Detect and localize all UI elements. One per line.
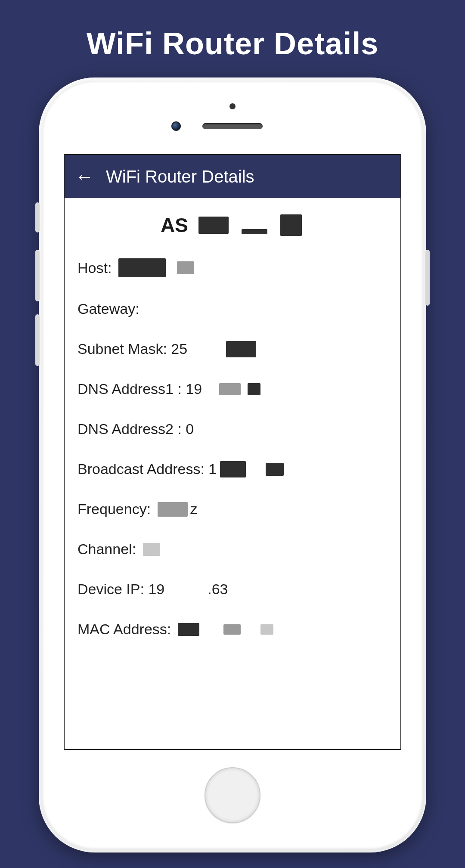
power-button [425, 250, 430, 306]
detail-label: Broadcast Address: [78, 461, 208, 477]
detail-value-partial: 19 [148, 581, 164, 598]
home-button[interactable] [205, 767, 260, 823]
redacted-block [158, 502, 188, 517]
mute-switch [35, 202, 40, 232]
redacted-block [223, 624, 241, 635]
volume-up-button [35, 250, 40, 301]
redacted-block [198, 217, 229, 234]
detail-value-suffix: z [190, 501, 198, 518]
detail-value-partial: 25 [171, 341, 187, 357]
detail-row-dns1: DNS Address1 : 19 [78, 381, 388, 397]
earpiece-speaker [202, 123, 263, 129]
detail-row-deviceip: Device IP: 19 .63 [78, 581, 388, 598]
volume-down-button [35, 314, 40, 366]
detail-value-partial: 0 [186, 421, 194, 437]
redacted-block [280, 214, 302, 236]
detail-label: MAC Address: [78, 621, 175, 638]
detail-row-subnet: Subnet Mask: 25 [78, 341, 388, 357]
back-arrow-icon[interactable]: ← [75, 167, 94, 186]
detail-value-partial: 19 [186, 381, 202, 397]
detail-label: DNS Address1 : [78, 381, 186, 397]
redacted-block [226, 341, 256, 357]
detail-label: Channel: [78, 541, 140, 558]
detail-row-mac: MAC Address: [78, 621, 388, 638]
detail-label: Device IP: [78, 581, 148, 598]
redacted-block [266, 463, 284, 476]
details-content: AS Host: Gateway: Subnet Mask: 25 [65, 198, 400, 676]
redacted-block [178, 623, 199, 636]
detail-value-suffix: .63 [208, 581, 228, 598]
front-camera [171, 121, 181, 131]
detail-row-gateway: Gateway: [78, 301, 388, 317]
detail-label: Frequency: [78, 501, 155, 518]
redacted-block [177, 261, 194, 274]
detail-label: Host: [78, 260, 116, 276]
detail-label: Gateway: [78, 301, 143, 317]
detail-row-broadcast: Broadcast Address: 1 [78, 461, 388, 477]
redacted-block [248, 383, 260, 395]
detail-row-frequency: Frequency: z [78, 501, 388, 518]
detail-label: Subnet Mask: [78, 341, 171, 357]
phone-frame: ← WiFi Router Details AS Host: Gateway: [39, 78, 426, 852]
redacted-block [143, 543, 160, 556]
redacted-block [118, 258, 166, 277]
detail-row-host: Host: [78, 258, 388, 277]
detail-value-partial: 1 [208, 461, 217, 477]
detail-row-channel: Channel: [78, 541, 388, 558]
detail-row-dns2: DNS Address2 : 0 [78, 421, 388, 437]
phone-inner: ← WiFi Router Details AS Host: Gateway: [42, 81, 423, 849]
redacted-block [260, 624, 273, 635]
redacted-block [219, 383, 241, 395]
detail-label: DNS Address2 : [78, 421, 186, 437]
app-screen: ← WiFi Router Details AS Host: Gateway: [64, 154, 401, 750]
app-header-title: WiFi Router Details [106, 167, 254, 186]
network-name: AS [78, 214, 388, 237]
app-header: ← WiFi Router Details [65, 155, 400, 198]
redacted-block [220, 461, 246, 477]
proximity-sensor [229, 103, 236, 109]
redacted-block [242, 229, 267, 234]
network-name-prefix: AS [161, 214, 188, 237]
promo-title: WiFi Router Details [0, 0, 465, 61]
